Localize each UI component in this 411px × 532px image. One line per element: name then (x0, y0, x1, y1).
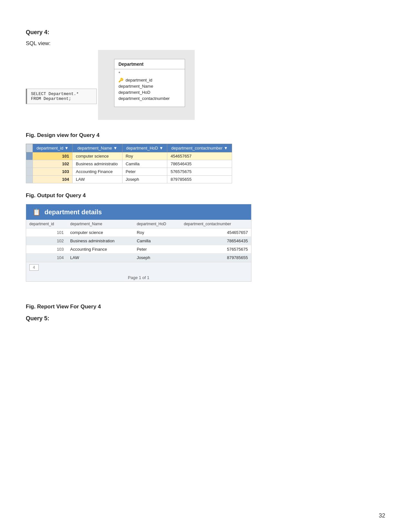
row-hod-1: Camilla (122, 160, 167, 168)
report-footer: 4 (26, 262, 251, 273)
row-hod-2: Peter (122, 168, 167, 176)
report-col-id-header: department_id (26, 220, 67, 228)
row-selector-3[interactable] (26, 176, 33, 183)
report-row-id-0: 101 (26, 228, 67, 237)
design-table-row: 101 computer science Roy 454657657 (26, 152, 232, 160)
report-row-hod-2: Peter (133, 245, 181, 254)
row-contact-2: 576575675 (167, 168, 232, 176)
diagram-field-name-1: department_Name (118, 84, 153, 89)
sql-view-label: SQL view: (26, 40, 385, 47)
report-col-contact-header: department_contactnumber (181, 220, 251, 228)
col-dept-hod-header[interactable]: department_HoD ▼ (122, 144, 167, 152)
fig-report-caption: Fig. Report View For Query 4 (26, 304, 385, 310)
report-col-name-header: department_Name (67, 220, 133, 228)
report-row-name-3: LAW (67, 254, 133, 262)
page-number: 32 (379, 512, 385, 519)
row-id-0: 101 (33, 152, 73, 160)
report-row-contact-2: 576575675 (181, 245, 251, 254)
query5-label: Query 5: (26, 315, 385, 322)
report-row-name-1: Business administration (67, 237, 133, 245)
design-table-row: 104 LAW Joseph 879785655 (26, 176, 232, 183)
fig-design-caption: Fig. Design view for Query 4 (26, 132, 385, 139)
report-row-name-2: Accounting Finance (67, 245, 133, 254)
report-row-name-0: computer science (67, 228, 133, 237)
sql-code-box: SELECT Department.* FROM Department; (26, 89, 97, 104)
report-row-contact-1: 786546435 (181, 237, 251, 245)
new-record-box: 4 (29, 264, 39, 271)
report-row-hod-1: Camilla (133, 237, 181, 245)
design-diagram-container: Department * 🔑 department_id department_… (98, 50, 195, 120)
report-icon: 📋 (33, 208, 41, 216)
query4-label: Query 4: (26, 29, 385, 36)
diagram-field-name-3: department_contactnumber (118, 96, 170, 101)
design-table-wrapper: department_id ▼ department_Name ▼ depart… (26, 144, 385, 183)
report-col-hod-header: department_HoD (133, 220, 181, 228)
report-row-hod-0: Roy (133, 228, 181, 237)
row-name-1: Business administratio (73, 160, 122, 168)
col-dept-id-header[interactable]: department_id ▼ (33, 144, 73, 152)
row-id-3: 104 (33, 176, 73, 183)
report-table-row: 101 computer science Roy 454657657 (26, 228, 251, 237)
row-hod-3: Joseph (122, 176, 167, 183)
diagram-title: Department (114, 59, 185, 69)
row-contact-1: 786546435 (167, 160, 232, 168)
design-table-row: 102 Business administratio Camilla 78654… (26, 160, 232, 168)
row-name-2: Accounting Finance (73, 168, 122, 176)
design-table: department_id ▼ department_Name ▼ depart… (26, 144, 232, 183)
sql-line-1: SELECT Department.* (31, 92, 93, 96)
row-id-1: 102 (33, 160, 73, 168)
report-row-id-1: 102 (26, 237, 67, 245)
report-container: 📋 department details department_id depar… (26, 204, 251, 282)
row-contact-0: 454657657 (167, 152, 232, 160)
report-header: 📋 department details (26, 204, 251, 220)
diagram-field-3: department_contactnumber (118, 95, 181, 102)
new-record-label: 4 (33, 265, 35, 270)
page-indicator: Page 1 of 1 (26, 273, 251, 281)
col-dept-contact-header[interactable]: department_contactnumber ▼ (167, 144, 232, 152)
diagram-field-0: 🔑 department_id (118, 77, 181, 83)
diagram-field-name-2: department_HoD (118, 90, 150, 95)
col-selector-header (26, 144, 33, 152)
report-row-contact-0: 454657657 (181, 228, 251, 237)
report-table-row: 102 Business administration Camilla 7865… (26, 237, 251, 245)
diagram-field-name-0: department_id (125, 78, 152, 82)
report-row-id-3: 104 (26, 254, 67, 262)
report-table-row: 103 Accounting Finance Peter 576575675 (26, 245, 251, 254)
row-selector-2[interactable] (26, 168, 33, 176)
report-row-id-2: 103 (26, 245, 67, 254)
row-selector-0[interactable] (26, 152, 33, 160)
report-table: department_id department_Name department… (26, 220, 251, 262)
row-hod-0: Roy (122, 152, 167, 160)
design-table-row: 103 Accounting Finance Peter 576575675 (26, 168, 232, 176)
col-dept-name-header[interactable]: department_Name ▼ (73, 144, 122, 152)
row-name-0: computer science (73, 152, 122, 160)
report-row-contact-3: 879785655 (181, 254, 251, 262)
row-contact-3: 879785655 (167, 176, 232, 183)
sql-line-2: FROM Department; (31, 96, 93, 101)
diagram-box: Department * 🔑 department_id department_… (114, 59, 185, 107)
fig-output-caption: Fig. Output for Query 4 (26, 192, 385, 199)
diagram-star: * (114, 69, 185, 76)
diagram-field-1: department_Name (118, 83, 181, 89)
key-icon: 🔑 (118, 78, 123, 82)
diagram-fields: 🔑 department_id department_Name departme… (114, 76, 185, 102)
report-row-hod-3: Joseph (133, 254, 181, 262)
row-selector-1[interactable] (26, 160, 33, 168)
report-table-row: 104 LAW Joseph 879785655 (26, 254, 251, 262)
report-title: department details (44, 208, 102, 216)
row-id-2: 103 (33, 168, 73, 176)
diagram-field-2: department_HoD (118, 89, 181, 95)
row-name-3: LAW (73, 176, 122, 183)
